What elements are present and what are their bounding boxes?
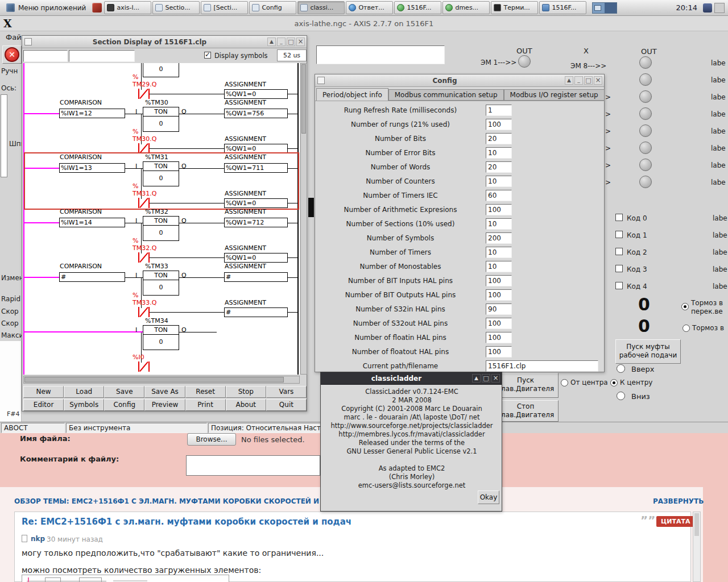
section-combo-2[interactable]: [69, 50, 135, 62]
assignment-block[interactable]: #: [224, 307, 288, 317]
tray-icon[interactable]: [703, 3, 712, 13]
section-button[interactable]: Save As: [144, 386, 185, 398]
workspace-1[interactable]: [593, 3, 605, 13]
config-field-input[interactable]: 100: [486, 204, 512, 215]
minimize-icon[interactable]: [574, 76, 583, 85]
comparison-block[interactable]: %IW1=12: [59, 109, 125, 118]
assignment-block[interactable]: %QW1=0: [224, 253, 288, 263]
timer-block[interactable]: TON 0: [143, 271, 179, 296]
code-checkbox[interactable]: [615, 265, 623, 272]
assignment-block[interactable]: %QW1=0: [224, 89, 288, 99]
section-button[interactable]: Quit: [266, 399, 307, 411]
config-field-input[interactable]: 10: [486, 247, 512, 258]
timer-block[interactable]: TON 0: [143, 161, 179, 186]
applications-menu-button[interactable]: Меню приложений: [2, 1, 90, 15]
config-tab[interactable]: Modbus communication setup: [388, 89, 504, 101]
tab-manual-label[interactable]: Ручн: [1, 67, 18, 75]
section-window-titlebar[interactable]: Section Display of 1516F1.clp: [22, 36, 307, 48]
taskbar-window-button[interactable]: classi...: [297, 1, 345, 14]
section-button[interactable]: Reset: [185, 386, 226, 398]
config-field-input[interactable]: 1: [486, 105, 512, 116]
section-button[interactable]: New: [23, 386, 64, 398]
forum-scrollbar-thumb[interactable]: [694, 513, 699, 536]
to-center-radio[interactable]: [610, 379, 618, 386]
timer-block[interactable]: TON 0: [143, 63, 179, 77]
browse-button[interactable]: Browse...: [187, 433, 236, 446]
shade-icon[interactable]: [472, 374, 481, 383]
post-title[interactable]: Re: EMC2+1516Ф1 с эл.магн. муфтами короб…: [22, 517, 351, 527]
assignment-block[interactable]: %QW1=0: [224, 198, 288, 208]
config-window-titlebar[interactable]: Config: [315, 74, 604, 87]
taskbar-window-button[interactable]: 1516F...: [539, 1, 586, 14]
section-button[interactable]: Save: [104, 386, 144, 398]
ladder-rung[interactable]: COMPARISON # I %TM33 TON 0 Q ASSIGNMENT: [23, 263, 299, 317]
assignment-block[interactable]: %QW1=756: [224, 109, 288, 118]
comparison-block[interactable]: #: [59, 272, 125, 282]
section-button[interactable]: Config: [104, 399, 144, 411]
close-icon[interactable]: [296, 38, 305, 46]
section-button[interactable]: Preview: [144, 399, 185, 411]
timer-block[interactable]: TON 0: [143, 325, 179, 350]
section-button[interactable]: About: [226, 399, 266, 411]
quote-button[interactable]: ЦИТАТА: [656, 516, 694, 527]
okay-button[interactable]: Okay: [478, 490, 499, 504]
assignment-block[interactable]: %QW1=712: [224, 218, 288, 227]
code-checkbox[interactable]: [615, 231, 623, 238]
comparison-block[interactable]: %IW1=14: [59, 218, 125, 227]
post-author[interactable]: nkp: [31, 535, 45, 543]
ladder-vertical-scrollbar[interactable]: [300, 63, 307, 375]
config-field-input[interactable]: 100: [486, 346, 512, 357]
shade-icon[interactable]: [267, 38, 276, 46]
mdi-entry[interactable]: [316, 45, 445, 64]
up-radio[interactable]: [617, 364, 625, 373]
brake-radio-1[interactable]: [681, 303, 689, 310]
contact-symbol[interactable]: [137, 198, 151, 208]
ladder-rung[interactable]: COMPARISON I %TM34 TON 0 Q ASSIGNMENT: [23, 317, 299, 372]
ladder-rung[interactable]: COMPARISON %IW1=14 I %TM32 TON 0 Q ASSIG…: [23, 208, 299, 263]
taskbar-window-button[interactable]: Config: [249, 1, 296, 14]
timer-block[interactable]: TON 0: [143, 107, 179, 132]
section-button[interactable]: Editor: [23, 399, 64, 411]
horizontal-scrollbar-thumb[interactable]: [24, 377, 284, 383]
forum-scrollbar[interactable]: [693, 512, 701, 582]
config-field-input[interactable]: 200: [486, 232, 512, 244]
ladder-horizontal-scrollbar[interactable]: [23, 376, 300, 384]
maximize-icon[interactable]: [482, 374, 490, 383]
maximize-icon[interactable]: [584, 76, 593, 85]
post-image-thumbnail[interactable]: [22, 575, 229, 582]
config-field-input[interactable]: 90: [486, 304, 512, 315]
section-button[interactable]: Load: [64, 386, 104, 398]
comment-input[interactable]: [186, 455, 320, 476]
launcher-icon[interactable]: [92, 3, 102, 13]
taskbar-window-button[interactable]: 1516F...: [394, 1, 441, 14]
section-button[interactable]: Symbols: [64, 399, 104, 411]
brake-radio-2[interactable]: [682, 325, 690, 332]
config-field-input[interactable]: 100: [486, 119, 512, 130]
section-combo-1[interactable]: [23, 50, 68, 62]
workspace-2[interactable]: [605, 3, 617, 13]
contact-symbol[interactable]: [137, 89, 151, 99]
config-field-input[interactable]: 10: [486, 261, 512, 272]
taskbar-window-button[interactable]: dmes...: [442, 1, 490, 14]
section-button[interactable]: Stop: [226, 386, 266, 398]
window-menu-icon[interactable]: [317, 77, 325, 84]
config-field-input[interactable]: 10: [486, 147, 512, 159]
close-icon[interactable]: [594, 76, 602, 85]
section-button[interactable]: Vars: [266, 386, 307, 398]
assignment-block[interactable]: %QW1=711: [224, 163, 288, 173]
window-titlebar[interactable]: X axis-lathe.ngc - AXIS 2.7.7 on 1516F1: [0, 16, 728, 31]
down-radio[interactable]: [617, 392, 625, 400]
comparison-block[interactable]: %IW1=13: [59, 163, 125, 173]
display-symbols-checkbox[interactable]: [204, 52, 211, 59]
feed-clutch-start-button[interactable]: Пуск муфты рабочей подачи: [615, 339, 681, 364]
from-center-radio[interactable]: [561, 379, 568, 386]
timer-block[interactable]: TON 0: [143, 216, 179, 241]
config-field-input[interactable]: 100: [486, 289, 512, 301]
config-field-input[interactable]: 100: [486, 275, 512, 286]
config-field-input[interactable]: 1516F1.clp: [486, 360, 598, 372]
code-checkbox[interactable]: [615, 214, 623, 221]
taskbar-window-button[interactable]: Sectio...: [152, 1, 200, 14]
jog-list-box[interactable]: [1, 94, 7, 177]
config-field-input[interactable]: 10: [486, 218, 512, 230]
about-dialog-titlebar[interactable]: classicladder: [321, 372, 502, 385]
